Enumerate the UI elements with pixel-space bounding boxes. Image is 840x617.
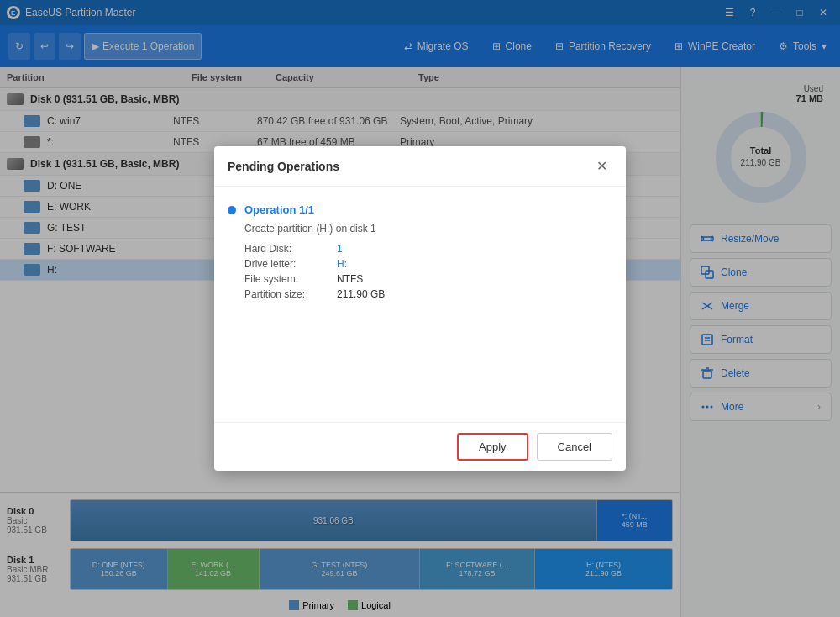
modal-overlay: Pending Operations ✕ Operation 1/1 Creat… xyxy=(0,0,840,617)
partition-size-value: 211.90 GB xyxy=(337,288,385,300)
modal-body: Operation 1/1 Create partition (H:) on d… xyxy=(214,187,626,422)
operation-dot xyxy=(228,206,236,214)
operation-props: Hard Disk: 1 Drive letter: H: File syste… xyxy=(244,243,385,300)
drive-letter-label: Drive letter: xyxy=(244,258,337,270)
partition-size-label: Partition size: xyxy=(244,288,337,300)
modal-title: Pending Operations xyxy=(228,160,339,173)
hard-disk-label: Hard Disk: xyxy=(244,243,337,255)
operation-item: Operation 1/1 Create partition (H:) on d… xyxy=(228,203,612,300)
apply-button[interactable]: Apply xyxy=(457,433,528,461)
hard-disk-value: 1 xyxy=(337,243,385,255)
operation-desc: Create partition (H:) on disk 1 xyxy=(244,223,385,235)
file-system-label: File system: xyxy=(244,273,337,285)
drive-letter-value: H: xyxy=(337,258,385,270)
cancel-button[interactable]: Cancel xyxy=(537,433,612,461)
pending-operations-modal: Pending Operations ✕ Operation 1/1 Creat… xyxy=(214,146,626,471)
modal-footer: Apply Cancel xyxy=(214,422,626,471)
operation-details: Operation 1/1 Create partition (H:) on d… xyxy=(244,203,385,300)
file-system-value: NTFS xyxy=(337,273,385,285)
modal-header: Pending Operations ✕ xyxy=(214,146,626,187)
modal-close-button[interactable]: ✕ xyxy=(591,156,612,176)
operation-title: Operation 1/1 xyxy=(244,203,385,216)
